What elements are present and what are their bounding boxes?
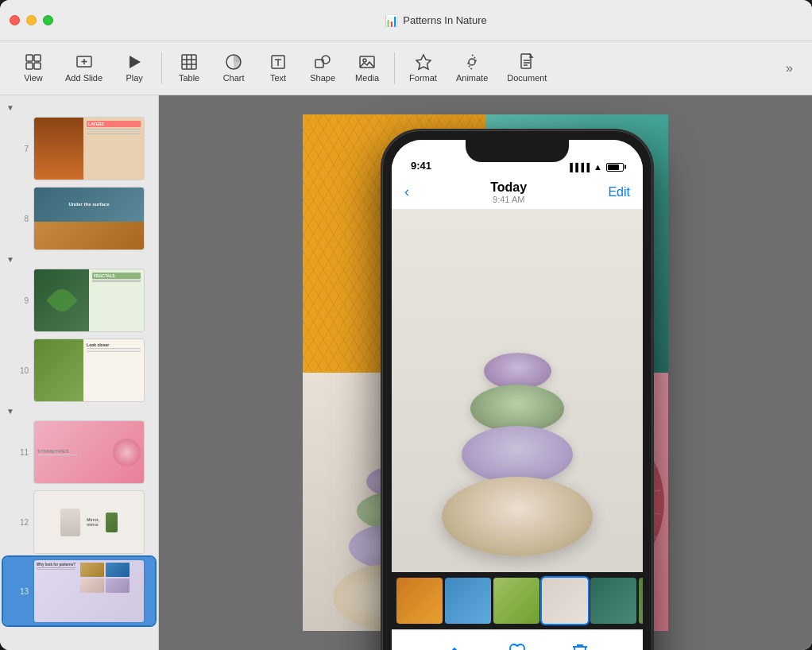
toolbar-table[interactable]: Table [168,48,210,87]
toolbar-format[interactable]: Format [401,48,445,87]
slide-item-12[interactable]: 12 Mirror,mirror [3,488,155,556]
minimize-button[interactable] [26,15,37,25]
svg-marker-21 [416,55,431,69]
slide-panel: ▼ 7 LAYERS [0,95,159,650]
slide-number-9: 9 [16,296,29,305]
slide-item-11[interactable]: 11 SYMMETRIES [3,418,155,486]
add-slide-icon [75,53,93,71]
slide-item-7[interactable]: 7 LAYERS [3,114,155,183]
close-button[interactable] [10,15,20,25]
iphone-frame: 9:41 ▐▐▐▐ ▲ [382,130,652,650]
wifi-icon: ▲ [594,162,602,172]
strip-thumb-4-active[interactable] [542,578,588,624]
urchin-iphone-4 [442,477,593,556]
svg-marker-7 [130,56,141,68]
main-content: ▼ 7 LAYERS [0,95,812,650]
toolbar-text[interactable]: Text [257,48,299,87]
nav-center: Today 9:41 AM [409,180,608,204]
canvas-background: 🐝 [159,95,812,650]
slide-item-10[interactable]: 10 Look closer [3,336,155,404]
animate-icon [463,53,481,71]
slide-stage: 🐝 [303,114,668,631]
add-slide-label: Add Slide [65,73,102,83]
chart-icon [225,53,242,71]
traffic-lights [10,15,53,25]
signal-icon: ▐▐▐▐ [567,163,590,172]
shape-label: Shape [310,73,335,83]
slide-thumb-9: FRACTALS [33,269,145,332]
svg-rect-3 [34,63,41,69]
document-label: Document [507,73,547,83]
app-icon: 📊 [385,14,398,27]
iphone-nav: ‹ Today 9:41 AM Edit [392,175,643,210]
chevron-down-icon: ▼ [6,103,14,112]
text-icon [269,53,287,71]
slide-number-7: 7 [16,145,29,153]
edit-button[interactable]: Edit [608,185,630,199]
slide-group-11: ▼ 11 SYMMETRIES [0,405,158,486]
format-label: Format [409,73,437,83]
media-icon [358,53,376,71]
media-label: Media [355,73,379,83]
slide-item-9[interactable]: 9 FRACTALS [3,266,155,335]
strip-thumb-2[interactable] [445,578,491,624]
svg-rect-23 [521,54,531,68]
chart-label: Chart [223,73,245,83]
slide-thumb-11: SYMMETRIES [33,420,145,484]
battery-fill [608,164,619,170]
strip-thumb-5[interactable] [590,578,636,624]
svg-rect-2 [26,63,33,69]
slide-thumb-13: Why look for patterns? [33,559,145,623]
toolbar-view[interactable]: View [13,48,54,87]
urchin-photo-content [392,210,643,572]
heart-button[interactable] [508,642,527,651]
play-icon [126,53,143,71]
slide-thumb-10: Look closer [33,339,145,402]
urchin-iphone-2 [470,385,564,432]
table-label: Table [179,73,199,83]
strip-thumb-6[interactable] [639,578,643,624]
titlebar: 📊 Patterns In Nature [0,0,812,41]
slide-item-13[interactable]: 13 Why look for patterns? [3,557,155,625]
toolbar-play[interactable]: Play [114,48,155,87]
window-title: 📊 Patterns In Nature [69,14,802,27]
view-label: View [24,73,43,83]
svg-rect-8 [182,55,196,69]
toolbar-add-slide[interactable]: Add Slide [57,48,110,87]
urchin-stack-iphone [442,210,593,572]
toolbar: View Add Slide Play [0,41,812,95]
svg-point-22 [469,59,475,65]
slide-group-7: ▼ 7 LAYERS [0,102,158,183]
slide-thumb-8: Under the surface [33,187,145,250]
iphone-thumbnail-strip [392,572,643,629]
battery-icon [606,163,624,172]
toolbar-chart[interactable]: Chart [213,48,254,87]
strip-thumb-3[interactable] [493,578,539,624]
app-window: 📊 Patterns In Nature View Add Slide [0,0,812,650]
slide-number-12: 12 [16,518,29,527]
toolbar-media[interactable]: Media [346,48,388,87]
iphone-screen: 9:41 ▐▐▐▐ ▲ [392,140,643,650]
slide-thumb-12: Mirror,mirror [33,490,145,554]
nav-title: Today [409,180,608,195]
toolbar-shape[interactable]: Shape [302,48,343,87]
iphone-overlay: 9:41 ▐▐▐▐ ▲ [382,130,652,650]
maximize-button[interactable] [43,15,53,25]
toolbar-document[interactable]: Document [499,48,555,87]
toolbar-animate[interactable]: Animate [448,48,496,87]
slide-thumb-7: LAYERS [33,117,145,180]
chevron-down-icon-9: ▼ [6,255,14,264]
status-icons: ▐▐▐▐ ▲ [567,162,624,172]
iphone-notch [466,140,569,162]
slide-item-8[interactable]: 8 Under the surface [3,184,155,253]
status-time: 9:41 [411,160,431,172]
strip-thumb-1[interactable] [396,578,443,624]
expand-toolbar[interactable]: » [779,58,799,79]
iphone-bottom-toolbar [392,629,643,650]
shape-icon [314,53,331,71]
sep-2 [394,52,395,84]
share-button[interactable] [445,642,464,651]
document-icon [518,53,536,71]
trash-button[interactable] [570,642,590,651]
slide-number-8: 8 [16,215,29,223]
